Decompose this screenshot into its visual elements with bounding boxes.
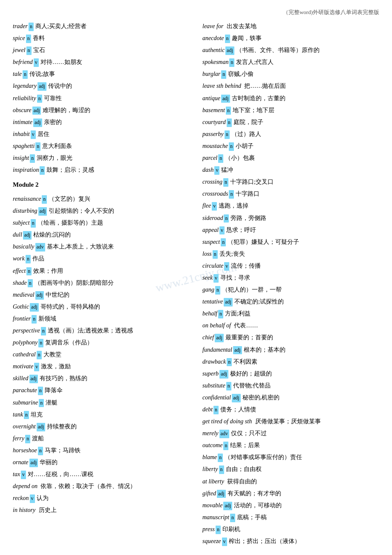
definition: 根本的；基本的 [244,345,285,355]
word: burglar [202,69,220,79]
definition: 传说;故事 [29,69,55,79]
word: trader [13,21,28,31]
word: spaghetti [13,141,35,151]
part-of-speech: adj [219,370,228,379]
part-of-speech: adj [37,423,46,431]
part-of-speech: adj [30,303,39,312]
word: appeal [202,225,219,235]
list-item: obscureadj难理解的，晦涩的 [13,105,190,115]
part-of-speech: n [227,358,232,367]
list-item: burglarn窃贼,小偷 [202,69,379,79]
definition: 寻找；寻求 [220,273,250,283]
definition: 把……抛在后面 [243,81,286,91]
definition: 意大利面条 [42,141,72,151]
definition: 极好的；超级的 [230,369,272,379]
definition: 窃贼,小偷 [228,69,254,79]
list-item: spaghettin意大利面条 [13,141,190,151]
part-of-speech: n [32,315,37,324]
word: gang [202,285,214,295]
part-of-speech: n [24,411,29,419]
list-item: parachuten降落伞 [13,385,190,395]
part-of-speech: adj [215,334,224,342]
part-of-speech: n [218,454,223,462]
word: passerby [202,129,224,139]
definition: 底稿；手稿 [237,512,267,522]
part-of-speech: n [221,238,226,247]
definition: （绘画，摄影等的）主题 [37,218,103,228]
list-item: superbadj极好的；超级的 [202,369,379,379]
list-item: spokesmann发言人;代言人 [202,57,379,67]
definition: 引起烦恼的；令人不安的 [49,206,114,216]
list-item: appealv恳求；呼吁 [202,225,379,235]
part-of-speech: v [213,274,219,283]
definition: 丢失;丧失 [219,249,245,259]
word: basement [202,105,225,115]
part-of-speech: n [229,142,234,151]
list-item: taxv对……征税，向……课税 [13,469,190,479]
list-item: workn作品 [13,254,190,263]
word: confidential [202,393,231,402]
word: overnight [13,422,36,431]
word: crossing [202,177,222,187]
word: debt [202,405,213,414]
list-item: ornateadj华丽的 [13,457,190,467]
list-item: anecdoten趣闻，轶事 [202,33,379,43]
definition: 洞察力，眼光 [37,153,72,163]
part-of-speech: adj [221,95,230,103]
list-item: crossingn十字路口;交叉口 [202,177,379,187]
left-column: tradern商人;买卖人;经营者spicen香料jeweln宝石befrien… [13,21,190,548]
list-item: blamen（对错事或坏事应付的）责任 [202,452,379,462]
part-of-speech: adj [29,375,38,383]
word: outcome [202,440,222,450]
word: anecdote [202,33,224,43]
list-item: manuscriptn底稿；手稿 [202,512,379,522]
word: merely [202,428,219,438]
section-title: Module 2 [13,179,38,190]
word: horseshoe [13,445,37,455]
list-item: legendaryadj传说中的 [13,81,190,91]
list-item: movableadj活动的，可移动的 [202,500,379,510]
word: cathedral [13,350,36,359]
list-item: suspectn（犯罪）嫌疑人；可疑分子 [202,237,379,247]
definition: 依靠，依赖；取决于（条件、情况） [39,481,136,491]
word: inhabit [13,129,30,139]
list-item: antiqueadj古时制造的，古董的 [202,93,379,103]
word: substitute [202,381,225,390]
part-of-speech: n [225,35,230,43]
phrase-word: depend on [13,481,37,491]
definition: 激发，激励 [41,361,71,371]
part-of-speech: n [23,70,28,79]
word: press [202,524,215,534]
part-of-speech: n [39,399,44,408]
part-of-speech: v [34,58,39,67]
list-item: perspectiven透视（画）法;透视效果；透视感 [13,326,190,335]
part-of-speech: n [213,406,219,414]
part-of-speech: n [218,154,223,163]
part-of-speech: v [34,363,39,371]
list-item: tankn坦克 [13,410,190,419]
definition: 地下室；地下层 [233,105,274,115]
part-of-speech: n [38,447,43,455]
part-of-speech: adj [224,298,233,306]
page-title: （完整word)外研版选修八单词表完整版 [283,9,379,15]
list-item: dulladj枯燥的;沉闷的 [13,230,190,240]
word: circulate [202,261,223,271]
part-of-speech: n [221,70,226,79]
list-item: reckonv认为 [13,493,190,503]
list-item: jeweln宝石 [13,45,190,55]
part-of-speech: n [38,387,43,395]
definition: 新领域 [38,314,56,324]
part-of-speech: n [229,190,234,199]
list-item: subjectn（绘画，摄影等的）主题 [13,218,190,228]
definition: 基本上,本质上，大致说来 [47,242,114,251]
definition: 持续整夜的 [47,422,77,431]
list-item: effectn效果；作用 [13,266,190,276]
word: squeeze [202,536,221,546]
definition: （犯罪）嫌疑人；可疑分子 [228,237,299,247]
definition: 作品 [32,254,44,263]
word: spice [13,33,25,43]
list-item: fundamentaladj根本的；基本的 [202,345,379,355]
word: work [13,254,25,263]
word: antique [202,93,220,103]
word: ferry [13,434,24,443]
